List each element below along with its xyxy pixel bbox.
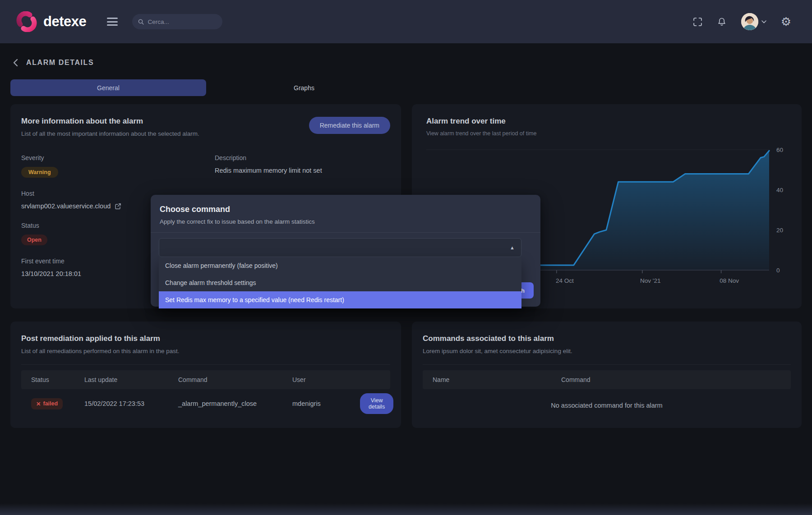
- col-name: Name: [433, 376, 561, 383]
- modal-title: Choose command: [160, 205, 531, 214]
- status-badge: Open: [21, 235, 47, 245]
- user-menu[interactable]: [741, 13, 766, 30]
- chevron-down-icon: [761, 20, 766, 23]
- caret-up-icon: ▲: [510, 245, 515, 250]
- x-tick-label: 08 Nov: [720, 277, 739, 284]
- info-card-title: More information about the alarm: [21, 117, 199, 126]
- tab-bar: General Graphs: [10, 79, 402, 96]
- command-dropdown-list: Close alarm permanently (false positive)…: [159, 257, 521, 308]
- x-tick-label: 24 Oct: [556, 277, 574, 284]
- view-details-button[interactable]: View details: [360, 393, 393, 414]
- settings-gear-icon[interactable]: ⚙: [781, 16, 791, 28]
- info-card-subtitle: List of all the most important informati…: [21, 130, 199, 137]
- command-select[interactable]: ▲: [159, 238, 521, 257]
- post-remediation-card: Post remediation applied to this alarm L…: [10, 322, 401, 428]
- host-value: srvlamp002.valueservice.cloud: [21, 202, 111, 210]
- notifications-bell-icon[interactable]: [717, 17, 727, 27]
- description-value: Redis maximum memory limit not set: [215, 167, 390, 174]
- commands-table-header: Name Command: [423, 370, 791, 389]
- external-link-icon[interactable]: [115, 203, 121, 210]
- severity-label: Severity: [21, 154, 197, 161]
- cell-last-update: 15/02/2022 17:23:53: [84, 400, 178, 407]
- col-user: User: [292, 376, 360, 383]
- cell-command: _alarm_permanently_close: [178, 400, 292, 407]
- description-label: Description: [215, 154, 390, 161]
- col-last-update: Last update: [84, 376, 178, 383]
- page-title: ALARM DETAILS: [26, 59, 94, 67]
- x-icon: ✕: [36, 400, 41, 407]
- tab-general[interactable]: General: [10, 79, 206, 96]
- bottom-fade: [0, 503, 812, 515]
- trend-card-title: Alarm trend over time: [426, 117, 787, 126]
- cell-user: mdenigris: [292, 400, 360, 407]
- commands-card: Commands associated to this alarm Lorem …: [412, 322, 802, 428]
- remediate-button[interactable]: Remediate this alarm: [309, 117, 390, 134]
- commands-card-title: Commands associated to this alarm: [423, 334, 791, 343]
- y-tick-label: 60: [776, 147, 783, 153]
- dropdown-option-change-threshold[interactable]: Change alarm threshold settings: [159, 274, 521, 291]
- search-box[interactable]: [132, 14, 222, 29]
- col-command: Command: [178, 376, 292, 383]
- col-command: Command: [561, 376, 781, 383]
- back-chevron-icon[interactable]: [13, 59, 18, 67]
- col-status: Status: [31, 376, 84, 383]
- remediation-card-subtitle: List of all remediations performed on th…: [21, 348, 390, 354]
- search-input[interactable]: [148, 18, 217, 25]
- y-tick-label: 20: [776, 227, 783, 234]
- detexe-logo-icon: [16, 11, 37, 32]
- choose-command-modal: Choose command Apply the correct fix to …: [151, 195, 540, 307]
- modal-subtitle: Apply the correct fix to issue based on …: [160, 218, 531, 225]
- search-icon: [138, 18, 144, 25]
- menu-icon[interactable]: [107, 18, 118, 26]
- empty-state-message: No associated command for this alarm: [423, 402, 791, 409]
- x-tick-label: Nov '21: [640, 277, 660, 284]
- remediation-card-title: Post remediation applied to this alarm: [21, 334, 390, 343]
- trend-card-subtitle: View alarm trend over the last period of…: [426, 130, 787, 137]
- brand-name: detexe: [43, 14, 86, 30]
- fullscreen-icon[interactable]: [693, 17, 702, 27]
- severity-badge: Warning: [21, 167, 58, 178]
- dropdown-option-close-alarm[interactable]: Close alarm permanently (false positive): [159, 257, 521, 274]
- commands-card-subtitle: Lorem ipsum dolor sit, amet consectetur …: [423, 348, 791, 354]
- dropdown-option-set-redis-memory[interactable]: Set Redis max memory to a specified valu…: [159, 291, 521, 308]
- top-navbar: detexe: [0, 0, 812, 43]
- failed-badge: ✕ failed: [31, 398, 63, 409]
- avatar: [741, 13, 758, 30]
- remediation-table-header: Status Last update Command User: [21, 370, 390, 389]
- tab-graphs[interactable]: Graphs: [206, 79, 402, 96]
- table-row: ✕ failed 15/02/2022 17:23:53 _alarm_perm…: [21, 389, 390, 418]
- y-tick-label: 0: [776, 267, 780, 274]
- y-tick-label: 40: [776, 187, 783, 193]
- brand[interactable]: detexe: [16, 11, 86, 32]
